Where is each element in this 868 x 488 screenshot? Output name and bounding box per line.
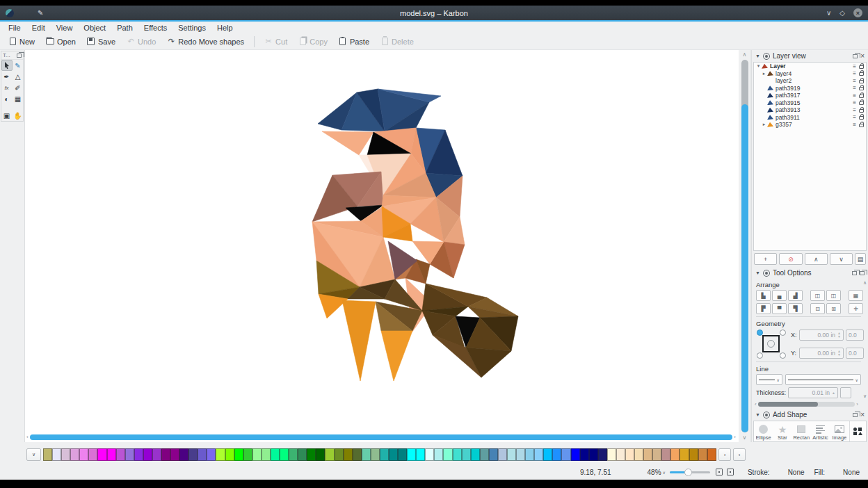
layer-properties-icon[interactable]: ≡ xyxy=(853,63,856,70)
color-swatch-36[interactable] xyxy=(371,448,380,461)
anchor-bottom-left[interactable] xyxy=(757,352,763,359)
float-icon[interactable] xyxy=(853,413,858,417)
color-swatch-55[interactable] xyxy=(543,448,552,461)
scroll-right-icon[interactable]: › xyxy=(856,401,858,408)
collapse-icon[interactable]: ▼ xyxy=(755,412,760,417)
line-cap-select[interactable]: ∨ xyxy=(756,374,782,385)
select-tool[interactable] xyxy=(1,60,13,71)
color-swatch-70[interactable] xyxy=(680,448,689,461)
align-center-v-button[interactable]: ▀ xyxy=(772,303,787,314)
color-swatch-20[interactable] xyxy=(225,448,234,461)
lock-icon[interactable] xyxy=(859,65,864,69)
color-swatch-31[interactable] xyxy=(325,448,334,461)
palette-menu-button[interactable]: ∨ xyxy=(26,448,41,461)
color-swatch-9[interactable] xyxy=(125,448,134,461)
layer-row-path3917[interactable]: path3917≡ xyxy=(754,92,866,99)
anchor-top-right[interactable] xyxy=(780,330,786,336)
palette-scroll-right-button[interactable]: › xyxy=(733,448,746,461)
ellipse-shape-button[interactable]: Ellipse xyxy=(754,421,773,441)
expander-icon[interactable]: ▸ xyxy=(761,71,767,76)
lower-layer-button[interactable]: ∨ xyxy=(830,253,853,265)
panel-scroll-up-icon[interactable]: ∧ xyxy=(863,280,867,286)
color-swatch-24[interactable] xyxy=(262,448,271,461)
layer-properties-icon[interactable]: ≡ xyxy=(853,107,856,113)
layer-properties-icon[interactable]: ≡ xyxy=(853,78,856,84)
maximize-button[interactable]: ◇ xyxy=(839,9,845,17)
color-swatch-12[interactable] xyxy=(152,448,161,461)
color-swatch-45[interactable] xyxy=(453,448,462,461)
vscroll-thumb[interactable] xyxy=(741,104,748,432)
thickness-input[interactable]: 0.01 in ▲ xyxy=(788,387,838,398)
distribute-left-button[interactable]: ◫ xyxy=(810,290,825,301)
x-input[interactable]: 0.00 in ▲▼ xyxy=(799,330,844,341)
pen-tool[interactable]: ✎ xyxy=(13,60,24,71)
lock-icon[interactable] xyxy=(859,95,864,98)
color-swatch-43[interactable] xyxy=(434,448,443,461)
anchor-center[interactable] xyxy=(767,340,775,348)
new-button[interactable]: New xyxy=(3,36,40,47)
color-swatch-27[interactable] xyxy=(289,448,298,461)
align-right-button[interactable]: ▟ xyxy=(788,290,803,301)
color-swatch-39[interactable] xyxy=(398,448,407,461)
menu-item-help[interactable]: Help xyxy=(211,23,239,33)
color-swatch-46[interactable] xyxy=(462,448,471,461)
rectangle-shape-button[interactable]: Rectan xyxy=(792,421,811,441)
close-icon[interactable]: × xyxy=(860,412,865,418)
frame-tool[interactable]: ▣ xyxy=(1,110,13,121)
layer-properties-icon[interactable]: ≡ xyxy=(853,70,856,76)
vscroll-track[interactable] xyxy=(741,60,748,432)
menu-item-file[interactable]: File xyxy=(3,23,26,33)
align-left-button[interactable]: ▙ xyxy=(756,290,771,301)
color-swatch-50[interactable] xyxy=(498,448,507,461)
color-swatch-56[interactable] xyxy=(552,448,561,461)
minimize-button[interactable]: ∨ xyxy=(826,9,831,17)
anchor-top-left[interactable] xyxy=(757,330,763,336)
color-swatch-44[interactable] xyxy=(443,448,452,461)
color-swatch-59[interactable] xyxy=(580,448,589,461)
layer-properties-icon[interactable]: ≡ xyxy=(853,122,856,128)
align-center-h-button[interactable]: ▄ xyxy=(772,290,787,301)
fill-value[interactable]: None xyxy=(843,469,860,476)
color-swatch-18[interactable] xyxy=(207,448,216,461)
expander-icon[interactable]: ▾ xyxy=(755,63,762,69)
color-swatch-37[interactable] xyxy=(380,448,389,461)
color-swatch-58[interactable] xyxy=(571,448,580,461)
height-input[interactable]: 0.0 xyxy=(846,348,864,359)
palette-scroll-left-button[interactable]: ‹ xyxy=(718,448,731,461)
distribute-center-h-button[interactable]: ◫ xyxy=(826,290,841,301)
color-swatch-11[interactable] xyxy=(143,448,152,461)
close-icon[interactable]: × xyxy=(860,53,865,60)
zoom-page-icon[interactable] xyxy=(727,469,734,475)
open-button[interactable]: Open xyxy=(40,36,81,47)
color-swatch-34[interactable] xyxy=(353,448,362,461)
color-swatch-72[interactable] xyxy=(698,448,707,461)
hscroll-thumb[interactable] xyxy=(758,402,819,407)
menu-item-object[interactable]: Object xyxy=(78,23,111,33)
anchor-bottom-right[interactable] xyxy=(780,352,786,359)
tool-options-header[interactable]: ▼ Tool Options xyxy=(752,267,868,279)
low-poly-artwork[interactable] xyxy=(25,50,739,442)
color-swatch-35[interactable] xyxy=(362,448,371,461)
color-swatch-64[interactable] xyxy=(625,448,634,461)
float-icon[interactable] xyxy=(860,271,865,275)
color-swatch-54[interactable] xyxy=(534,448,543,461)
close-button[interactable]: × xyxy=(853,8,862,17)
color-swatch-22[interactable] xyxy=(243,448,252,461)
zoom-dropdown-icon[interactable]: ∨ xyxy=(663,470,666,475)
layer-row-path3919[interactable]: path3919≡ xyxy=(754,85,866,92)
delete-layer-button[interactable]: ⊘ xyxy=(779,253,802,265)
color-swatch-2[interactable] xyxy=(61,448,70,461)
color-swatch-49[interactable] xyxy=(489,448,498,461)
layer-row-layer[interactable]: ▾Layer≡ xyxy=(754,63,866,70)
scroll-up-icon[interactable]: ∧ xyxy=(739,51,750,58)
line-style-select[interactable]: ∨ xyxy=(785,374,861,385)
color-swatch-57[interactable] xyxy=(561,448,570,461)
view-mode-button[interactable]: ▤ xyxy=(855,253,866,265)
hscroll-thumb[interactable] xyxy=(30,434,733,440)
lock-icon[interactable] xyxy=(859,72,864,76)
star-shape-button[interactable]: ★Star xyxy=(773,421,791,441)
tool-options-hscrollbar[interactable]: ‹ › xyxy=(755,401,858,407)
anchor-point-selector[interactable] xyxy=(756,329,787,359)
layer-row-path3913[interactable]: path3913≡ xyxy=(754,106,866,114)
color-swatch-8[interactable] xyxy=(116,448,125,461)
